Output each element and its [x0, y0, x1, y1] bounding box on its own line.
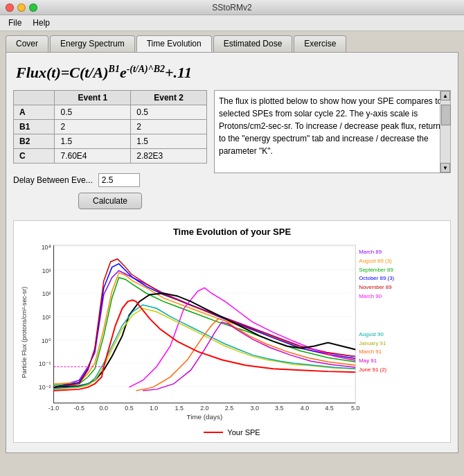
scroll-up-button[interactable]: ▲: [440, 91, 450, 100]
scroll-thumb[interactable]: [441, 105, 451, 125]
table-row: C 7.60E4 2.82E3: [14, 149, 207, 164]
svg-text:10⁻¹: 10⁻¹: [39, 361, 51, 368]
minimize-button[interactable]: [17, 3, 26, 12]
window-title: SStoRMv2: [212, 3, 251, 12]
row-label-b1: B1: [14, 120, 55, 134]
table-row: A 0.5 0.5: [14, 105, 207, 120]
svg-text:10⁻²: 10⁻²: [39, 384, 51, 391]
svg-text:August 90: August 90: [359, 331, 384, 337]
svg-text:10¹: 10¹: [42, 314, 51, 321]
menu-file[interactable]: File: [3, 17, 27, 29]
window-controls[interactable]: [6, 3, 37, 12]
row-a-event2: 0.5: [131, 105, 207, 120]
svg-text:10²: 10²: [42, 291, 51, 298]
svg-text:4.5: 4.5: [325, 405, 333, 412]
svg-text:4.0: 4.0: [301, 405, 309, 412]
table-row: B1 2 2: [14, 120, 207, 134]
col-header-event2: Event 2: [131, 91, 207, 105]
menu-help[interactable]: Help: [27, 17, 55, 29]
tabs-container: Cover Energy Spectrum Time Evolution Est…: [0, 31, 464, 52]
scroll-down-button[interactable]: ▼: [440, 163, 450, 173]
your-spe-label: Your SPE: [227, 428, 260, 437]
svg-text:10⁴: 10⁴: [42, 244, 51, 251]
row-b2-event2: 1.5: [131, 134, 207, 149]
svg-text:October 89 (3): October 89 (3): [359, 276, 394, 282]
calculate-button[interactable]: Calculate: [78, 193, 142, 209]
table-wrapper: Event 1 Event 2 A 0.5 0.5 B1 2: [13, 90, 207, 169]
row-a-event1: 0.5: [55, 105, 131, 120]
formula-display: Flux(t)=C(t/A)B1e-(t/A)^B2+.11: [16, 64, 451, 82]
chart-legend: Your SPE: [19, 428, 445, 437]
content-area: Flux(t)=C(t/A)B1e-(t/A)^B2+.11 Event 1 E…: [6, 52, 458, 453]
delay-input[interactable]: [98, 173, 140, 187]
svg-text:Particle Flux (protons/cm²-sec: Particle Flux (protons/cm²-sec-sr): [21, 287, 28, 378]
svg-text:May 91: May 91: [359, 358, 377, 364]
svg-text:2.0: 2.0: [200, 405, 208, 412]
svg-text:10⁰: 10⁰: [42, 337, 51, 344]
table-row: B2 1.5 1.5: [14, 134, 207, 149]
row-b1-event2: 2: [131, 120, 207, 134]
left-panel: Event 1 Event 2 A 0.5 0.5 B1 2: [13, 90, 207, 215]
svg-text:September 89: September 89: [359, 267, 393, 273]
svg-text:0.0: 0.0: [100, 405, 108, 412]
row-label-a: A: [14, 105, 55, 120]
svg-text:March 89: March 89: [359, 249, 382, 255]
svg-text:5.0: 5.0: [351, 405, 359, 412]
menu-bar: File Help: [0, 15, 464, 31]
svg-text:March 91: March 91: [359, 349, 382, 355]
svg-text:1.0: 1.0: [150, 405, 158, 412]
col-header-empty: [14, 91, 55, 105]
delay-label: Delay Between Eve...: [13, 175, 93, 185]
chart-container: Time Evolution of your SPE Particle Flux…: [13, 220, 451, 442]
tab-time-evolution[interactable]: Time Evolution: [136, 35, 212, 52]
close-button[interactable]: [6, 3, 14, 12]
svg-text:1.5: 1.5: [175, 405, 184, 412]
tab-estimated-dose[interactable]: Estimated Dose: [213, 35, 293, 52]
row-b1-event1: 2: [55, 120, 131, 134]
row-c-event2: 2.82E3: [131, 149, 207, 164]
chart-svg: Particle Flux (protons/cm²-sec-sr) 10⁴ 1…: [19, 240, 445, 425]
svg-text:2.5: 2.5: [225, 405, 233, 412]
svg-text:August 89 (3): August 89 (3): [359, 258, 392, 264]
tab-energy-spectrum[interactable]: Energy Spectrum: [50, 35, 135, 52]
col-header-event1: Event 1: [55, 91, 131, 105]
svg-text:3.5: 3.5: [275, 405, 283, 412]
svg-text:-1.0: -1.0: [48, 405, 59, 412]
chart-title: Time Evolution of your SPE: [19, 227, 445, 237]
svg-text:10³: 10³: [42, 267, 51, 274]
parameter-table: Event 1 Event 2 A 0.5 0.5 B1 2: [13, 90, 207, 164]
row-label-c: C: [14, 149, 55, 164]
svg-text:-0.5: -0.5: [73, 405, 84, 412]
svg-text:Time (days): Time (days): [186, 414, 222, 421]
description-text[interactable]: The flux is plotted below to show how yo…: [214, 90, 451, 173]
svg-text:November 89: November 89: [359, 285, 392, 291]
svg-text:March 90: March 90: [359, 294, 382, 300]
right-panel: The flux is plotted below to show how yo…: [214, 90, 451, 215]
row-b2-event1: 1.5: [55, 134, 131, 149]
tab-cover[interactable]: Cover: [6, 35, 48, 52]
row-c-event1: 7.60E4: [55, 149, 131, 164]
maximize-button[interactable]: [29, 3, 37, 12]
title-bar: SStoRMv2: [0, 0, 464, 15]
scrollbar[interactable]: ▲ ▼: [440, 90, 451, 173]
tab-exercise[interactable]: Exercise: [294, 35, 346, 52]
svg-text:0.5: 0.5: [125, 405, 133, 412]
svg-text:January 91: January 91: [359, 340, 386, 346]
main-section: Event 1 Event 2 A 0.5 0.5 B1 2: [13, 90, 451, 215]
delay-row: Delay Between Eve...: [13, 173, 207, 187]
row-label-b2: B2: [14, 134, 55, 149]
your-spe-legend-line: [204, 432, 223, 433]
svg-text:June 91 (2): June 91 (2): [359, 367, 386, 373]
svg-text:3.0: 3.0: [250, 405, 258, 412]
